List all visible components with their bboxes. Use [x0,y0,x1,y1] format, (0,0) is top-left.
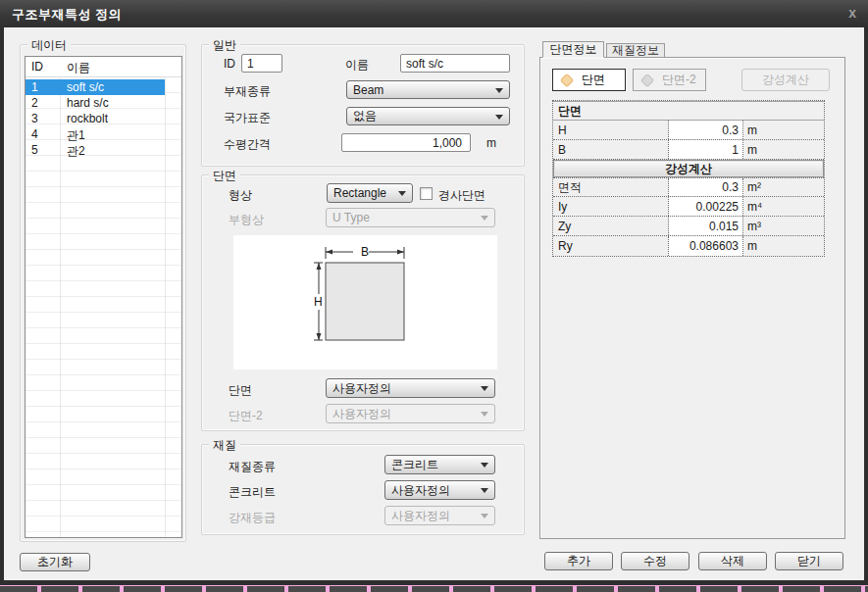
standard-label: 국가표준 [224,110,271,126]
table-row[interactable]: 1 soft s/c [26,79,181,95]
incline-section-label: 경사단면 [438,187,485,204]
chevron-down-icon [495,88,503,93]
section-select[interactable]: 사용자정의 [326,378,495,398]
column-header-name: 이름 [67,60,90,76]
data-table[interactable]: ID 이름 1 soft s/c 2 hard s/c 3 rockbolt 4… [25,56,182,538]
stiffness-calc-button: 강성계산 [741,69,830,91]
chevron-down-icon [481,463,488,468]
diamond-icon [640,73,654,86]
member-type-label: 부재종류 [224,83,271,100]
section2-select-label: 단면-2 [229,408,263,424]
b-value-field[interactable]: 1 [669,140,743,159]
property-dialog: 구조부재특성 정의 x 데이터 ID 이름 1 soft s/c 2 hard … [0,0,868,585]
dialog-titlebar[interactable]: 구조부재특성 정의 x [0,0,868,27]
material-type-label: 재질종류 [229,459,276,475]
dialog-title: 구조부재특성 정의 [12,6,122,24]
table-row[interactable]: 5 관2 [26,142,181,158]
table-row[interactable]: 4 관1 [26,126,181,142]
steel-grade-label: 강재등급 [229,510,276,526]
stiffness-calc-row-button[interactable]: 강성계산 [553,160,824,177]
section-diagram: B H [233,235,497,370]
material-type-select[interactable]: 콘크리트 [384,455,495,474]
close-icon[interactable]: x [848,5,856,21]
id-field[interactable]: 1 [241,54,282,73]
steel-grade-select: 사용자정의 [384,506,495,525]
concrete-select[interactable]: 사용자정의 [384,480,495,500]
shape-label: 형상 [229,187,252,204]
concrete-label: 콘크리트 [229,484,276,501]
background-app-strip [0,585,868,592]
iy-value: 0.00225 [669,197,743,216]
info-row-zy: Zy 0.015 m³ [553,217,824,236]
member-type-select[interactable]: Beam [346,80,510,99]
section2-toggle-button: 단면-2 [633,69,706,91]
id-label: ID [224,57,235,71]
spacing-label: 수평간격 [224,136,271,153]
chevron-down-icon [481,386,488,391]
info-table-header: 단면 [553,101,824,121]
svg-text:B: B [361,245,369,259]
standard-select[interactable]: 없음 [346,107,510,125]
chevron-down-icon [481,514,488,518]
incline-section-checkbox[interactable] [420,187,433,200]
data-table-header: ID 이름 [26,57,181,77]
section-toggle-button[interactable]: 단면 [552,69,626,91]
chevron-down-icon [481,488,488,493]
reset-button[interactable]: 초기화 [20,553,90,571]
chevron-down-icon [398,191,406,196]
screen: 구조부재특성 정의 x 데이터 ID 이름 1 soft s/c 2 hard … [0,0,868,592]
data-group-label: 데이터 [27,37,71,54]
add-button[interactable]: 추가 [544,552,613,570]
svg-text:H: H [314,295,323,309]
zy-value: 0.015 [669,217,743,235]
delete-button[interactable]: 삭제 [698,552,767,570]
info-row-area: 면적 0.3 m² [553,177,824,197]
area-value: 0.3 [669,178,743,196]
column-header-id: ID [31,60,43,74]
section-info-table: 단면 H 0.3 m B 1 m 강성계산 면적 0.3 m² Iy [552,100,825,257]
chevron-down-icon [481,216,488,221]
section2-select: 사용자정의 [326,404,495,423]
h-value-field[interactable]: 0.3 [669,121,743,139]
subshape-select: U Type [326,208,495,227]
tab-material-info[interactable]: 재질정보 [606,43,665,58]
general-group-label: 일반 [209,37,240,54]
name-label: 이름 [345,57,369,74]
info-row-b: B 1 m [553,140,824,160]
spacing-field[interactable]: 1,000 [341,133,471,152]
info-row-h: H 0.3 m [553,121,824,140]
material-group-label: 재질 [209,437,240,454]
subshape-label: 부형상 [229,212,264,228]
section-select-label: 단면 [229,382,252,399]
diamond-icon [560,73,574,86]
table-row[interactable]: 2 hard s/c [26,95,181,111]
info-row-iy: Iy 0.00225 m⁴ [553,197,824,217]
info-row-ry: Ry 0.086603 m [553,236,824,256]
close-button[interactable]: 닫기 [775,552,843,570]
chevron-down-icon [495,115,503,120]
name-field[interactable]: soft s/c [400,54,510,73]
spacing-unit: m [486,136,496,150]
table-row[interactable]: 3 rockbolt [26,111,181,126]
shape-select[interactable]: Rectangle [327,183,413,203]
modify-button[interactable]: 수정 [621,552,689,570]
section-shape-drawing: B H [233,235,497,370]
chevron-down-icon [481,412,488,417]
section-group-label: 단면 [209,168,240,184]
tab-section-info[interactable]: 단면정보 [542,41,604,58]
ry-value: 0.086603 [669,236,743,256]
